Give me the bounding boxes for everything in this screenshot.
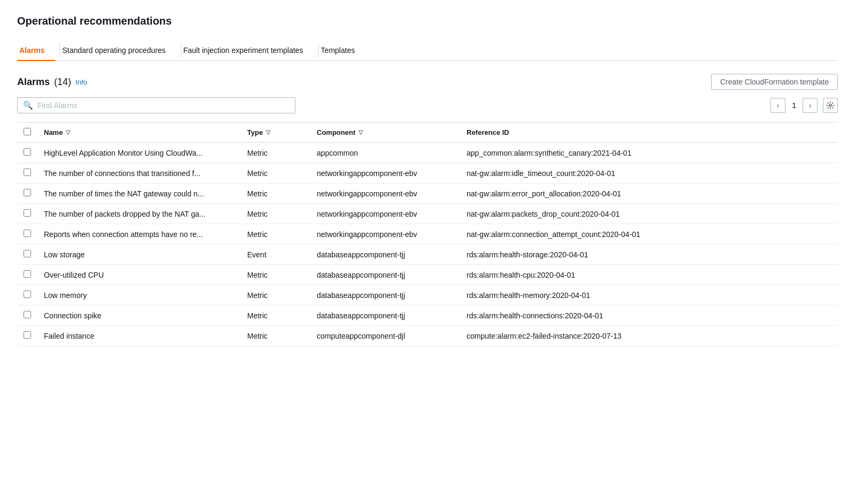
row-checkbox-cell (17, 306, 37, 326)
row-refid-9: compute:alarm:ec2-failed-instance:2020-0… (460, 326, 838, 346)
table-row: The number of packets dropped by the NAT… (17, 204, 838, 224)
row-checkbox-6[interactable] (24, 270, 31, 278)
table-row: Low storage Event databaseappcomponent-t… (17, 245, 838, 265)
search-icon: 🔍 (23, 101, 33, 110)
next-page-button[interactable]: › (803, 98, 818, 113)
tab-sop[interactable]: Standard operating procedures (60, 41, 176, 61)
table-row: Low memory Metric databaseappcomponent-t… (17, 285, 838, 306)
row-refid-5: rds:alarm:health-storage:2020-04-01 (460, 245, 838, 265)
row-name-6: Over-utilized CPU (37, 265, 241, 285)
row-checkbox-cell (17, 184, 37, 204)
select-all-checkbox[interactable] (24, 128, 31, 135)
section-header: Alarms (14) Info Create CloudFormation t… (17, 74, 838, 90)
row-name-3: The number of packets dropped by the NAT… (37, 204, 241, 224)
table-row: Failed instance Metric computeappcompone… (17, 326, 838, 346)
svg-point-0 (829, 104, 831, 106)
section-title-group: Alarms (14) Info (17, 77, 87, 88)
table-row: The number of connections that transitio… (17, 163, 838, 184)
table-row: The number of times the NAT gateway coul… (17, 184, 838, 204)
header-type: Type ▽ (241, 123, 310, 143)
row-name-4: Reports when connection attempts have no… (37, 224, 241, 245)
row-type-7: Metric (241, 285, 310, 306)
row-type-8: Metric (241, 306, 310, 326)
row-type-1: Metric (241, 163, 310, 184)
row-checkbox-3[interactable] (24, 209, 31, 217)
tab-templates[interactable]: Templates (319, 41, 366, 61)
row-checkbox-7[interactable] (24, 291, 31, 298)
row-checkbox-5[interactable] (24, 250, 31, 257)
row-checkbox-cell (17, 143, 37, 163)
header-reference-id: Reference ID (460, 123, 838, 143)
component-sort-icon[interactable]: ▽ (358, 129, 363, 136)
row-component-8: databaseappcomponent-tjj (310, 306, 460, 326)
row-component-3: networkingappcomponent-ebv (310, 204, 460, 224)
row-name-0: HighLevel Application Monitor Using Clou… (37, 143, 241, 163)
row-component-2: networkingappcomponent-ebv (310, 184, 460, 204)
row-component-4: networkingappcomponent-ebv (310, 224, 460, 245)
row-component-6: databaseappcomponent-tjj (310, 265, 460, 285)
row-refid-0: app_common:alarm:synthetic_canary:2021-0… (460, 143, 838, 163)
row-checkbox-8[interactable] (24, 311, 31, 318)
row-refid-8: rds:alarm:health-connections:2020-04-01 (460, 306, 838, 326)
row-name-5: Low storage (37, 245, 241, 265)
alarms-count: (14) (54, 77, 71, 88)
tabs-bar: Alarms Standard operating procedures Fau… (17, 40, 838, 61)
row-checkbox-cell (17, 326, 37, 346)
row-refid-2: nat-gw:alarm:error_port_allocation:2020-… (460, 184, 838, 204)
pagination-controls: ‹ 1 › (770, 98, 838, 113)
table-header-row: Name ▽ Type ▽ Component ▽ (17, 123, 838, 143)
page-title: Operational recommendations (17, 15, 838, 27)
row-name-1: The number of connections that transitio… (37, 163, 241, 184)
info-link[interactable]: Info (75, 78, 87, 86)
table-row: Reports when connection attempts have no… (17, 224, 838, 245)
row-refid-4: nat-gw:alarm:connection_attempt_count:20… (460, 224, 838, 245)
row-checkbox-cell (17, 163, 37, 184)
row-component-5: databaseappcomponent-tjj (310, 245, 460, 265)
row-checkbox-1[interactable] (24, 169, 31, 176)
row-name-7: Low memory (37, 285, 241, 306)
tab-alarms[interactable]: Alarms (17, 41, 55, 61)
search-box: 🔍 (17, 97, 295, 113)
row-type-4: Metric (241, 224, 310, 245)
name-sort-icon[interactable]: ▽ (66, 129, 70, 136)
table-row: Over-utilized CPU Metric databaseappcomp… (17, 265, 838, 285)
tab-fault[interactable]: Fault injection experiment templates (181, 41, 314, 61)
create-cloudformation-button[interactable]: Create CloudFormation template (711, 74, 838, 90)
row-checkbox-4[interactable] (24, 230, 31, 237)
row-type-5: Event (241, 245, 310, 265)
row-type-9: Metric (241, 326, 310, 346)
row-refid-3: nat-gw:alarm:packets_drop_count:2020-04-… (460, 204, 838, 224)
table-row: Connection spike Metric databaseappcompo… (17, 306, 838, 326)
row-name-9: Failed instance (37, 326, 241, 346)
row-checkbox-9[interactable] (24, 331, 31, 339)
table-settings-button[interactable] (823, 98, 838, 113)
row-type-2: Metric (241, 184, 310, 204)
row-type-0: Metric (241, 143, 310, 163)
alarms-table: Name ▽ Type ▽ Component ▽ (17, 122, 838, 346)
toolbar: 🔍 ‹ 1 › (17, 97, 838, 113)
page-number: 1 (788, 101, 800, 110)
row-refid-6: rds:alarm:health-cpu:2020-04-01 (460, 265, 838, 285)
type-sort-icon[interactable]: ▽ (266, 129, 270, 136)
row-checkbox-cell (17, 285, 37, 306)
row-checkbox-cell (17, 265, 37, 285)
row-checkbox-2[interactable] (24, 189, 31, 196)
header-name: Name ▽ (37, 123, 241, 143)
row-name-8: Connection spike (37, 306, 241, 326)
row-type-3: Metric (241, 204, 310, 224)
row-component-9: computeappcomponent-djl (310, 326, 460, 346)
row-refid-7: rds:alarm:health-memory:2020-04-01 (460, 285, 838, 306)
section-title: Alarms (17, 77, 50, 88)
row-checkbox-cell (17, 224, 37, 245)
row-checkbox-cell (17, 245, 37, 265)
search-input[interactable] (37, 101, 289, 110)
row-checkbox-0[interactable] (24, 148, 31, 156)
header-component: Component ▽ (310, 123, 460, 143)
row-checkbox-cell (17, 204, 37, 224)
table-row: HighLevel Application Monitor Using Clou… (17, 143, 838, 163)
prev-page-button[interactable]: ‹ (770, 98, 785, 113)
row-type-6: Metric (241, 265, 310, 285)
row-component-1: networkingappcomponent-ebv (310, 163, 460, 184)
row-refid-1: nat-gw:alarm:idle_timeout_count:2020-04-… (460, 163, 838, 184)
row-component-7: databaseappcomponent-tjj (310, 285, 460, 306)
